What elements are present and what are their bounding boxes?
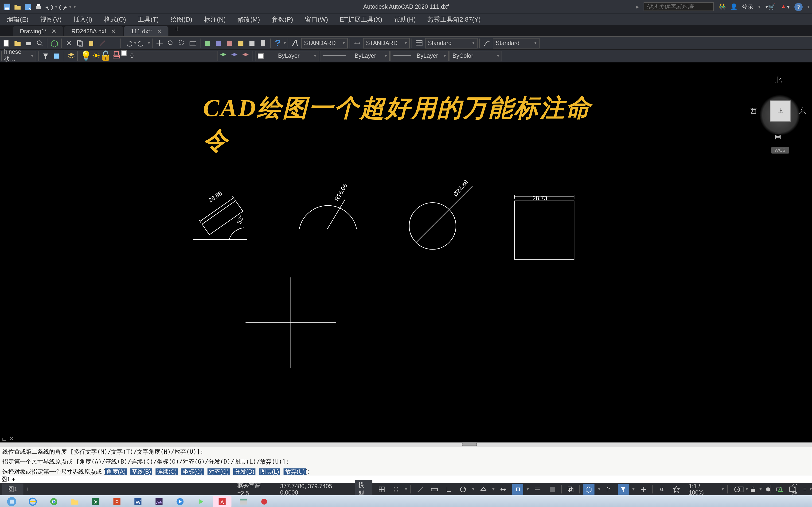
new-icon[interactable]	[1, 38, 12, 48]
autodesk-app-icon[interactable]: 🔺▾	[780, 3, 790, 10]
close-icon[interactable]: ✕	[111, 28, 116, 34]
zoom-realtime-icon[interactable]	[165, 38, 176, 48]
mleaderstyle-dropdown[interactable]: Standard	[493, 38, 540, 48]
command-scrollbar[interactable]	[0, 442, 812, 447]
osnap-icon[interactable]	[512, 484, 523, 494]
print-icon[interactable]	[34, 2, 43, 11]
pan-icon[interactable]	[154, 38, 165, 48]
cmd-opt-layer[interactable]: 图层(L)	[259, 468, 280, 474]
open-icon[interactable]	[13, 2, 22, 11]
tablestyle-icon[interactable]	[414, 38, 424, 48]
markup-icon[interactable]	[247, 38, 257, 48]
menu-format[interactable]: 格式(O)	[98, 14, 132, 25]
zoom-prev-icon[interactable]	[188, 38, 198, 48]
layer-state-icon[interactable]	[51, 50, 62, 61]
brush-icon[interactable]	[108, 38, 119, 48]
undo-dropdown-icon[interactable]: ▾	[55, 4, 57, 9]
customize-icon[interactable]: ≡	[799, 484, 811, 494]
layer-make-current-icon[interactable]	[218, 50, 229, 61]
textstyle-icon[interactable]: A	[290, 38, 301, 48]
word-icon[interactable]: W	[129, 496, 147, 507]
viewcube-north[interactable]: 北	[775, 75, 782, 85]
new-tab-button[interactable]: +	[170, 22, 185, 36]
sheet-set-icon[interactable]	[236, 38, 246, 48]
textstyle-dropdown[interactable]: STANDARD	[301, 38, 348, 48]
cmd-opt-distribute[interactable]: 分发(D)	[233, 468, 255, 474]
redo-dropdown-icon[interactable]: ▾	[69, 4, 71, 9]
selection-cycle-icon[interactable]	[565, 484, 576, 494]
isodraft-icon[interactable]	[478, 484, 489, 494]
lock-ui-icon[interactable]	[747, 484, 759, 494]
current-layer-dropdown[interactable]: 💡 ☀ 🔓 🖶 0	[77, 50, 217, 61]
layer-previous-icon[interactable]	[240, 50, 251, 61]
menu-window[interactable]: 窗口(W)	[299, 14, 334, 25]
menu-tools[interactable]: 工具(T)	[132, 14, 164, 25]
layer-filter-icon[interactable]	[40, 50, 51, 61]
hardware-accel-icon[interactable]	[775, 484, 786, 494]
menu-et[interactable]: ET扩展工具(X)	[334, 14, 388, 25]
menu-help[interactable]: 帮助(H)	[388, 14, 422, 25]
cart-icon[interactable]: ▾🛒	[765, 3, 775, 10]
tablestyle-dropdown[interactable]: Standard	[425, 38, 478, 48]
cmd-opt-ordinate[interactable]: 坐标(O)	[182, 468, 204, 474]
annotation-scale-value[interactable]: 1:1 / 100%	[685, 482, 718, 497]
menu-dimension[interactable]: 标注(N)	[198, 14, 232, 25]
otrack-icon[interactable]	[498, 484, 509, 494]
signin-icon[interactable]: 👤	[730, 3, 737, 10]
close-icon[interactable]: ✕	[51, 28, 56, 34]
print-icon[interactable]	[23, 38, 34, 48]
design-center-icon[interactable]	[213, 38, 224, 48]
quick-props-icon[interactable]	[735, 484, 747, 494]
viewcube-top-face[interactable]: 上	[770, 101, 791, 122]
chrome-icon[interactable]	[44, 496, 63, 507]
open-icon[interactable]	[12, 38, 23, 48]
app-window-icon[interactable]	[234, 496, 253, 507]
tab-rd2428a[interactable]: RD2428A.dxf✕	[64, 26, 123, 36]
color-dropdown[interactable]: ByLayer	[255, 50, 319, 61]
command-line-window[interactable]: 线位置或第二条线的角度 [多行文字(M)/文字(T)/文字角度(N)/放弃(U)…	[0, 446, 812, 483]
mleader-icon[interactable]	[481, 38, 492, 48]
3dosnap-icon[interactable]	[583, 484, 595, 494]
cmd-opt-undo[interactable]: 放弃(U)	[284, 468, 306, 474]
polar-icon[interactable]	[458, 484, 468, 494]
aftereffects-icon[interactable]: Ae	[150, 496, 168, 507]
redo-icon[interactable]	[58, 2, 68, 11]
grid-icon[interactable]	[376, 484, 387, 494]
signin-label[interactable]: 登录	[742, 3, 754, 11]
lineweight-dropdown[interactable]: ByLayer	[391, 50, 449, 61]
tool-palette-icon[interactable]	[224, 38, 235, 48]
drawing-canvas[interactable]: CAD绘图一个超好用的万能标注命令 26.88 52° R16.06 Ø22.8…	[0, 62, 812, 446]
mediaplayer-icon[interactable]	[170, 496, 189, 507]
menu-view[interactable]: 视图(V)	[34, 14, 67, 25]
cmd-opt-baseline[interactable]: 基线(B)	[131, 468, 152, 474]
explorer-icon[interactable]	[65, 496, 84, 507]
menu-edit[interactable]: 编辑(E)	[1, 14, 34, 25]
undo-icon[interactable]	[123, 38, 133, 48]
viewcube[interactable]: 北 西 东 南 上 WCS	[754, 68, 806, 144]
dimstyle-dropdown[interactable]: STANDARD	[363, 38, 410, 48]
layout-tab-model[interactable]: 图1	[2, 483, 23, 495]
layer-match-icon[interactable]	[229, 50, 240, 61]
tab-111dxf[interactable]: 111.dxf*✕	[124, 26, 169, 36]
tab-drawing1[interactable]: Drawing1*✕	[13, 26, 63, 36]
gizmo-icon[interactable]	[638, 484, 649, 494]
dynamic-ucs-icon[interactable]	[604, 484, 614, 494]
calc-icon[interactable]	[258, 38, 268, 48]
help-icon[interactable]: ?	[794, 3, 803, 11]
cmd-opt-angle[interactable]: 角度(A)	[105, 468, 127, 474]
search-input[interactable]	[644, 2, 714, 11]
selection-filter-icon[interactable]	[618, 484, 629, 494]
powerpoint-icon[interactable]: P	[108, 496, 126, 507]
clean-screen-icon[interactable]	[787, 484, 799, 494]
annotation-auto-icon[interactable]	[671, 484, 681, 494]
viewcube-west[interactable]: 西	[750, 106, 757, 116]
help-icon[interactable]: ?	[272, 38, 283, 48]
menu-yanxiu[interactable]: 燕秀工具箱2.87(Y)	[421, 14, 486, 25]
snap-icon[interactable]	[391, 484, 401, 494]
close-icon[interactable]: ✕	[157, 28, 162, 34]
start-button[interactable]	[2, 496, 21, 507]
paste-icon[interactable]	[86, 38, 97, 48]
preview-icon[interactable]	[35, 38, 45, 48]
plotstyle-dropdown[interactable]: ByColor	[450, 50, 502, 61]
annotation-scale-icon[interactable]: ⍺	[656, 484, 667, 494]
